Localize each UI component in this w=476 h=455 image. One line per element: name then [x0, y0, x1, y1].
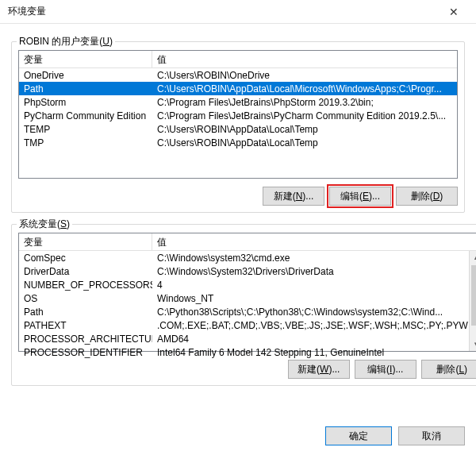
new-sys-var-button[interactable]: 新建(W)...	[288, 360, 350, 379]
cell-variable: NUMBER_OF_PROCESSORS	[19, 279, 152, 291]
col-header-variable[interactable]: 变量	[19, 51, 152, 67]
cell-value: C:\Users\ROBIN\OneDrive	[152, 69, 457, 82]
user-vars-table[interactable]: 变量 值 OneDriveC:\Users\ROBIN\OneDrivePath…	[18, 50, 458, 179]
close-icon[interactable]: ✕	[438, 1, 470, 23]
user-vars-group: ROBIN 的用户变量(U) 变量 值 OneDriveC:\Users\ROB…	[11, 41, 465, 213]
cell-variable: PROCESSOR_IDENTIFIER	[19, 346, 152, 359]
cell-variable: PhpStorm	[19, 96, 152, 109]
col-header-value[interactable]: 值	[152, 51, 457, 67]
cell-variable: Path	[19, 306, 152, 318]
sys-vars-table[interactable]: 变量 值 ComSpecC:\Windows\system32\cmd.exeD…	[18, 233, 476, 352]
cell-variable: PROCESSOR_ARCHITECTURE	[19, 333, 152, 345]
cell-variable: OneDrive	[19, 69, 152, 82]
delete-sys-var-button[interactable]: 删除(L)	[421, 360, 476, 379]
user-vars-label: ROBIN 的用户变量(U)	[17, 35, 115, 48]
user-table-body: OneDriveC:\Users\ROBIN\OneDrivePathC:\Us…	[19, 68, 457, 149]
sys-vars-group: 系统变量(S) 变量 值 ComSpecC:\Windows\system32\…	[11, 224, 476, 386]
titlebar: 环境变量 ✕	[0, 0, 476, 24]
table-row[interactable]: OSWindows_NT	[19, 291, 476, 305]
cell-variable: PATHEXT	[19, 319, 152, 332]
table-row[interactable]: PATHEXT.COM;.EXE;.BAT;.CMD;.VBS;.VBE;.JS…	[19, 318, 476, 332]
sys-vars-label: 系统变量(S)	[17, 218, 72, 231]
cell-variable: OS	[19, 292, 152, 305]
cell-value: AMD64	[152, 333, 476, 345]
cell-value: C:\Windows\System32\Drivers\DriverData	[152, 265, 476, 278]
cell-variable: DriverData	[19, 265, 152, 278]
dialog-footer: 确定 取消	[325, 426, 465, 445]
ok-button[interactable]: 确定	[325, 426, 392, 445]
sys-scrollbar[interactable]: ▲ ▼	[469, 251, 476, 351]
dialog-content: ROBIN 的用户变量(U) 变量 值 OneDriveC:\Users\ROB…	[0, 24, 476, 386]
table-row[interactable]: PyCharm Community EditionC:\Program File…	[19, 109, 457, 122]
scroll-down-icon[interactable]: ▼	[470, 337, 476, 351]
delete-user-var-button[interactable]: 删除(D)	[396, 187, 458, 206]
cell-value: 4	[152, 279, 476, 291]
user-table-header[interactable]: 变量 值	[19, 51, 457, 68]
table-row[interactable]: PROCESSOR_ARCHITECTUREAMD64	[19, 332, 476, 345]
sys-button-row: 新建(W)... 编辑(I)... 删除(L)	[18, 360, 476, 379]
scroll-up-icon[interactable]: ▲	[470, 251, 476, 264]
table-row[interactable]: PROCESSOR_IDENTIFIERIntel64 Family 6 Mod…	[19, 345, 476, 359]
cell-value: C:\Program Files\JetBrains\PhpStorm 2019…	[152, 96, 457, 109]
window-title: 环境变量	[8, 5, 46, 18]
cell-variable: Path	[19, 83, 152, 95]
table-row[interactable]: DriverDataC:\Windows\System32\Drivers\Dr…	[19, 264, 476, 278]
table-row[interactable]: NUMBER_OF_PROCESSORS4	[19, 278, 476, 291]
sys-table-header[interactable]: 变量 值	[19, 233, 476, 251]
table-row[interactable]: ComSpecC:\Windows\system32\cmd.exe	[19, 251, 476, 264]
cell-value: C:\Windows\system32\cmd.exe	[152, 252, 476, 264]
cell-value: Intel64 Family 6 Model 142 Stepping 11, …	[152, 346, 476, 359]
table-row[interactable]: PathC:\Users\ROBIN\AppData\Local\Microso…	[19, 82, 457, 95]
col-header-variable[interactable]: 变量	[19, 233, 152, 250]
table-row[interactable]: OneDriveC:\Users\ROBIN\OneDrive	[19, 68, 457, 82]
table-row[interactable]: PhpStormC:\Program Files\JetBrains\PhpSt…	[19, 95, 457, 109]
cell-value: C:\Program Files\JetBrains\PyCharm Commu…	[152, 110, 457, 122]
cell-variable: PyCharm Community Edition	[19, 110, 152, 122]
cancel-button[interactable]: 取消	[398, 426, 465, 445]
cell-value: C:\Users\ROBIN\AppData\Local\Microsoft\W…	[152, 83, 457, 95]
cell-value: C:\Users\ROBIN\AppData\Local\Temp	[152, 137, 457, 149]
cell-value: C:\Users\ROBIN\AppData\Local\Temp	[152, 123, 457, 136]
new-user-var-button[interactable]: 新建(N)...	[263, 187, 324, 206]
table-row[interactable]: PathC:\Python38\Scripts\;C:\Python38\;C:…	[19, 305, 476, 318]
cell-value: C:\Python38\Scripts\;C:\Python38\;C:\Win…	[152, 306, 476, 318]
table-row[interactable]: TMPC:\Users\ROBIN\AppData\Local\Temp	[19, 136, 457, 149]
scroll-thumb[interactable]	[471, 265, 476, 326]
sys-table-body: ComSpecC:\Windows\system32\cmd.exeDriver…	[19, 251, 476, 359]
col-header-value[interactable]: 值	[152, 233, 476, 250]
edit-user-var-button[interactable]: 编辑(E)...	[329, 187, 391, 206]
cell-value: .COM;.EXE;.BAT;.CMD;.VBS;.VBE;.JS;.JSE;.…	[152, 319, 476, 332]
table-row[interactable]: TEMPC:\Users\ROBIN\AppData\Local\Temp	[19, 122, 457, 136]
cell-variable: ComSpec	[19, 252, 152, 264]
cell-value: Windows_NT	[152, 292, 476, 305]
edit-sys-var-button[interactable]: 编辑(I)...	[355, 360, 416, 379]
cell-variable: TMP	[19, 137, 152, 149]
user-button-row: 新建(N)... 编辑(E)... 删除(D)	[18, 187, 458, 206]
cell-variable: TEMP	[19, 123, 152, 136]
